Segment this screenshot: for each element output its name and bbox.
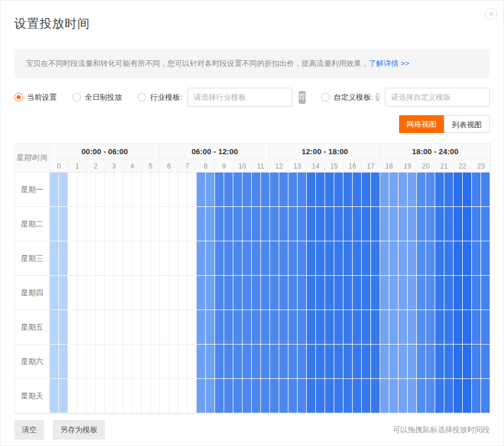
half-hour-cell[interactable] xyxy=(463,310,472,345)
half-hour-cell[interactable] xyxy=(435,173,444,207)
schedule-hour-cell[interactable] xyxy=(215,207,233,241)
save-template-button[interactable]: 另存为模板 xyxy=(53,420,105,440)
schedule-hour-cell[interactable] xyxy=(50,276,68,310)
half-hour-cell[interactable] xyxy=(334,207,343,241)
half-hour-cell[interactable] xyxy=(398,241,408,276)
half-hour-cell[interactable] xyxy=(169,345,178,379)
schedule-hour-cell[interactable] xyxy=(105,379,123,413)
half-hour-cell[interactable] xyxy=(123,173,132,207)
half-hour-cell[interactable] xyxy=(87,241,96,276)
half-hour-cell[interactable] xyxy=(187,310,197,345)
half-hour-cell[interactable] xyxy=(132,207,142,241)
half-hour-cell[interactable] xyxy=(187,345,197,379)
schedule-hour-cell[interactable] xyxy=(307,241,325,276)
schedule-hour-cell[interactable] xyxy=(252,173,270,207)
half-hour-cell[interactable] xyxy=(123,276,132,310)
industry-template-input[interactable] xyxy=(187,88,292,107)
schedule-hour-cell[interactable] xyxy=(160,173,178,207)
half-hour-cell[interactable] xyxy=(96,276,105,310)
half-hour-cell[interactable] xyxy=(96,173,105,207)
half-hour-cell[interactable] xyxy=(224,207,233,241)
half-hour-cell[interactable] xyxy=(435,241,444,276)
half-hour-cell[interactable] xyxy=(307,173,316,207)
schedule-hour-cell[interactable] xyxy=(307,310,325,345)
half-hour-cell[interactable] xyxy=(298,276,307,310)
schedule-hour-cell[interactable] xyxy=(454,241,472,276)
half-hour-cell[interactable] xyxy=(481,379,490,413)
half-hour-cell[interactable] xyxy=(362,310,371,345)
schedule-hour-cell[interactable] xyxy=(197,276,215,310)
half-hour-cell[interactable] xyxy=(472,379,481,413)
half-hour-cell[interactable] xyxy=(243,207,252,241)
half-hour-cell[interactable] xyxy=(270,345,279,379)
half-hour-cell[interactable] xyxy=(123,379,132,413)
half-hour-cell[interactable] xyxy=(206,241,215,276)
half-hour-cell[interactable] xyxy=(142,379,151,413)
half-hour-cell[interactable] xyxy=(298,345,307,379)
half-hour-cell[interactable] xyxy=(50,345,59,379)
half-hour-cell[interactable] xyxy=(243,310,252,345)
half-hour-cell[interactable] xyxy=(123,345,132,379)
schedule-hour-cell[interactable] xyxy=(454,173,472,207)
schedule-hour-cell[interactable] xyxy=(215,345,233,379)
half-hour-cell[interactable] xyxy=(343,173,353,207)
half-hour-cell[interactable] xyxy=(371,310,380,345)
schedule-hour-cell[interactable] xyxy=(362,345,380,379)
radio-unchecked-icon[interactable] xyxy=(138,93,146,101)
half-hour-cell[interactable] xyxy=(215,310,224,345)
half-hour-cell[interactable] xyxy=(96,345,105,379)
schedule-hour-cell[interactable] xyxy=(197,345,215,379)
half-hour-cell[interactable] xyxy=(307,379,316,413)
half-hour-cell[interactable] xyxy=(233,345,243,379)
half-hour-cell[interactable] xyxy=(50,173,59,207)
half-hour-cell[interactable] xyxy=(362,379,371,413)
half-hour-cell[interactable] xyxy=(343,379,353,413)
half-hour-cell[interactable] xyxy=(87,276,96,310)
schedule-hour-cell[interactable] xyxy=(398,276,417,310)
close-icon[interactable]: × xyxy=(485,8,497,20)
half-hour-cell[interactable] xyxy=(398,379,408,413)
schedule-hour-cell[interactable] xyxy=(178,207,197,241)
schedule-hour-cell[interactable] xyxy=(68,310,87,345)
half-hour-cell[interactable] xyxy=(59,379,68,413)
half-hour-cell[interactable] xyxy=(444,173,454,207)
half-hour-cell[interactable] xyxy=(481,345,490,379)
schedule-hour-cell[interactable] xyxy=(270,241,288,276)
half-hour-cell[interactable] xyxy=(481,207,490,241)
half-hour-cell[interactable] xyxy=(279,345,288,379)
half-hour-cell[interactable] xyxy=(288,276,298,310)
schedule-hour-cell[interactable] xyxy=(435,310,454,345)
half-hour-cell[interactable] xyxy=(444,241,454,276)
radio-unchecked-icon[interactable] xyxy=(321,93,330,101)
schedule-hour-cell[interactable] xyxy=(178,379,197,413)
schedule-hour-cell[interactable] xyxy=(270,379,288,413)
half-hour-cell[interactable] xyxy=(50,207,59,241)
schedule-hour-cell[interactable] xyxy=(105,276,123,310)
half-hour-cell[interactable] xyxy=(187,276,197,310)
half-hour-cell[interactable] xyxy=(224,241,233,276)
half-hour-cell[interactable] xyxy=(454,207,463,241)
half-hour-cell[interactable] xyxy=(389,345,398,379)
half-hour-cell[interactable] xyxy=(362,345,371,379)
half-hour-cell[interactable] xyxy=(206,379,215,413)
schedule-hour-cell[interactable] xyxy=(362,379,380,413)
schedule-hour-cell[interactable] xyxy=(233,276,252,310)
half-hour-cell[interactable] xyxy=(252,345,261,379)
half-hour-cell[interactable] xyxy=(169,276,178,310)
half-hour-cell[interactable] xyxy=(68,379,77,413)
half-hour-cell[interactable] xyxy=(142,173,151,207)
half-hour-cell[interactable] xyxy=(197,345,206,379)
half-hour-cell[interactable] xyxy=(371,173,380,207)
half-hour-cell[interactable] xyxy=(224,379,233,413)
schedule-hour-cell[interactable] xyxy=(288,173,307,207)
schedule-hour-cell[interactable] xyxy=(87,276,105,310)
half-hour-cell[interactable] xyxy=(316,276,325,310)
schedule-hour-cell[interactable] xyxy=(123,276,142,310)
schedule-hour-cell[interactable] xyxy=(435,241,454,276)
half-hour-cell[interactable] xyxy=(353,276,362,310)
schedule-hour-cell[interactable] xyxy=(472,310,490,345)
half-hour-cell[interactable] xyxy=(398,207,408,241)
half-hour-cell[interactable] xyxy=(224,310,233,345)
half-hour-cell[interactable] xyxy=(343,241,353,276)
half-hour-cell[interactable] xyxy=(325,241,334,276)
